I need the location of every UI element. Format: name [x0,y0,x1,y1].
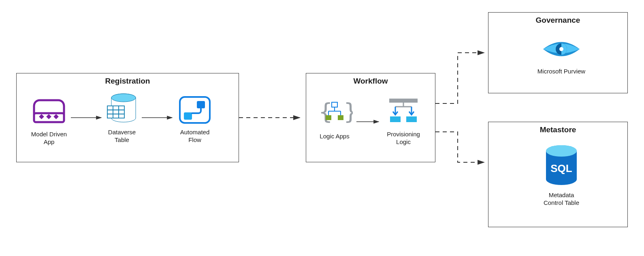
svg-rect-29 [390,116,401,122]
arrow-workflow-to-metastore [435,132,484,162]
dataverse-table-item: DataverseTable [94,94,150,144]
metadata-table-item: SQL MetadataControl Table [529,144,594,207]
registration-box: Registration Model DrivenApp [16,73,239,162]
provisioning-logic-item: ProvisioningLogic [375,96,432,146]
svg-rect-17 [332,102,337,107]
svg-rect-23 [338,115,343,120]
model-driven-app-label: Model DrivenApp [21,131,77,146]
svg-rect-24 [389,99,418,103]
governance-title: Governance [488,16,627,25]
logic-apps-item: { } Logic Apps [306,98,363,140]
metadata-table-label: MetadataControl Table [529,191,594,207]
svg-rect-30 [406,116,417,122]
svg-rect-14 [184,112,192,120]
governance-box: Governance Microsoft Purview [488,12,628,93]
automated-flow-item: AutomatedFlow [166,94,223,144]
provisioning-logic-label: ProvisioningLogic [375,131,432,146]
svg-rect-13 [197,101,205,108]
logic-apps-icon: { } [306,98,363,130]
purview-icon [529,33,594,65]
metastore-box: Metastore SQL MetadataControl Table [488,122,628,227]
model-driven-app-icon [21,96,77,128]
registration-title: Registration [17,77,239,86]
automated-flow-icon [166,94,223,126]
automated-flow-label: AutomatedFlow [166,129,223,144]
metastore-title: Metastore [488,125,627,134]
svg-text:{: { [319,99,333,125]
svg-point-34 [546,145,577,157]
svg-rect-22 [326,115,331,120]
svg-text:SQL: SQL [550,162,572,174]
workflow-box: Workflow { } Logic Apps [306,73,435,162]
model-driven-app-item: Model DrivenApp [21,96,77,146]
dataverse-table-icon [94,94,150,126]
provisioning-logic-icon [375,96,432,128]
svg-text:}: } [344,99,353,125]
svg-rect-7 [107,106,124,118]
logic-apps-label: Logic Apps [306,133,363,140]
dataverse-table-label: DataverseTable [94,129,150,144]
arrow-workflow-to-governance [435,53,484,103]
purview-item: Microsoft Purview [529,33,594,75]
purview-label: Microsoft Purview [529,68,594,75]
workflow-title: Workflow [306,77,435,86]
svg-point-32 [559,47,563,51]
sql-db-icon: SQL [529,144,594,189]
svg-point-6 [111,94,136,102]
